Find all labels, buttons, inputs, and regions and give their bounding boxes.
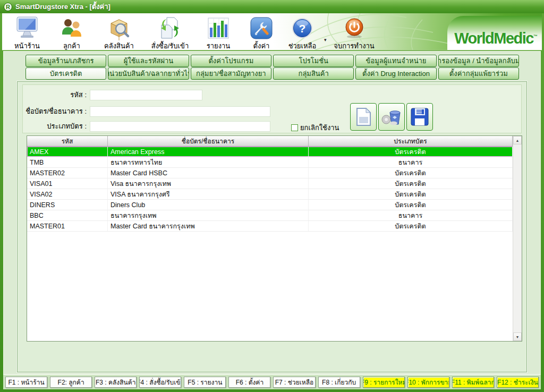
fkey-f10[interactable]: F10 : พักการขาย	[407, 377, 449, 388]
tab-credit-card[interactable]: บัตรเครดิต	[26, 67, 106, 80]
tab-distributor-info[interactable]: ข้อมูลผู้แทนจำหน่าย	[355, 55, 436, 67]
scroll-up-icon[interactable]: ▲	[513, 136, 522, 144]
tab-product-groups[interactable]: กลุ่มสินค้า	[273, 67, 354, 80]
column-header-name[interactable]: ชื่อบัตร/ชื่อธนาคาร	[108, 136, 309, 146]
deactivate-checkbox[interactable]	[291, 124, 298, 131]
card-table: รหัส ชื่อบัตร/ชื่อธนาคาร ประเภทบัตร AMEX…	[27, 135, 522, 342]
code-label: รหัส :	[25, 89, 90, 100]
cell-name: VISA ธนาคารกรุงศรี	[108, 189, 309, 199]
scroll-down-icon[interactable]: ▼	[513, 333, 522, 341]
table-header: รหัส ชื่อบัตร/ชื่อธนาคาร ประเภทบัตร	[27, 136, 513, 147]
toolbar-item-help[interactable]: ? ช่วยเหลือ	[283, 15, 322, 50]
fkey-f1[interactable]: F1 : หน้าร้าน	[5, 377, 47, 388]
tab-row-2: บัตรเครดิต หน่วยนับสินค้า/ฉลากยาทั่วไป ก…	[26, 67, 519, 80]
cell-type: บัตรเครดิต	[309, 147, 513, 157]
cell-code: AMEX	[27, 147, 108, 157]
table-row[interactable]: VISA02 VISA ธนาคารกรุงศรี บัตรเครดิต	[27, 189, 513, 200]
new-document-icon	[354, 107, 372, 127]
table-row[interactable]: VISA01 Visa ธนาคารกรุงเทพ บัตรเครดิต	[27, 178, 513, 189]
table-row[interactable]: TMB ธนาคารทหารไทย ธนาคาร	[27, 157, 513, 168]
toolbar-item-customers[interactable]: ลูกค้า	[49, 15, 95, 50]
toolbar-item-inventory[interactable]: คลังสินค้า	[95, 15, 143, 50]
toolbar-label: หน้าร้าน	[14, 40, 40, 50]
toolbar-item-exit[interactable]: จบการทำงาน	[329, 15, 380, 50]
tab-shop-pharmacist[interactable]: ข้อมูลร้าน/เภสัชกร	[26, 55, 106, 67]
toolbar-label: สั่งซื้อ/รับเข้า	[151, 40, 189, 50]
fkey-f7[interactable]: F7 : ช่วยเหลือ	[273, 377, 315, 388]
settings-tools-icon	[250, 15, 273, 40]
tab-users-passwords[interactable]: ผู้ใช้และรหัสผ่าน	[108, 55, 189, 67]
column-header-code[interactable]: รหัส	[27, 136, 108, 146]
toolbar-item-purchase[interactable]: สั่งซื้อ/รับเข้า	[143, 15, 197, 50]
cell-type: ธนาคาร	[309, 157, 513, 167]
tab-program-settings[interactable]: ตั้งค่าโปรแกรม	[191, 55, 271, 67]
cell-name: Visa ธนาคารกรุงเทพ	[108, 178, 309, 189]
cell-name: ธนาคารทหารไทย	[108, 157, 309, 167]
cell-code: VISA02	[27, 189, 108, 199]
toolbar-item-settings[interactable]: ตั้งค่า	[240, 15, 283, 50]
fkey-f12[interactable]: F12 : ชำระเงิน	[497, 377, 539, 388]
save-record-button[interactable]	[406, 103, 433, 131]
cell-name: Master Card HSBC	[108, 168, 309, 178]
toolbar-item-reports[interactable]: รายงาน	[197, 15, 240, 50]
delete-record-button[interactable]	[378, 103, 405, 131]
card-name-input[interactable]	[90, 106, 270, 117]
help-question-icon: ?	[291, 15, 313, 40]
credit-card-panel: รหัส : ชื่อบัตร/ชื่อธนาคาร : ประเภทบัตร …	[17, 81, 527, 372]
titlebar: R SmartDrugstore Xtra - [ตั้งค่า]	[0, 0, 544, 13]
save-floppy-icon	[410, 107, 429, 126]
brand-logo: WorldMedic™	[454, 30, 538, 47]
table-scrollbar[interactable]: ▲ ▼	[513, 136, 522, 341]
tab-units-labels[interactable]: หน่วยนับสินค้า/ฉลากยาทั่วไป	[108, 67, 189, 80]
table-row[interactable]: AMEX American Express บัตรเครดิต	[27, 147, 513, 157]
cell-code: TMB	[27, 157, 108, 167]
fkey-f5[interactable]: F5 : รายงาน	[184, 377, 226, 388]
tab-drug-interaction[interactable]: ตั้งค่า Drug Interaction	[355, 67, 436, 80]
deactivate-checkbox-label: ยกเลิกใช้งาน	[300, 122, 339, 133]
svg-text:?: ?	[299, 22, 306, 35]
card-type-input[interactable]	[90, 121, 270, 132]
cell-code: DINERS	[27, 200, 108, 210]
table-row[interactable]: MASTER02 Master Card HSBC บัตรเครดิต	[27, 168, 513, 178]
table-row[interactable]: DINERS Diners Club บัตรเครดิต	[27, 200, 513, 210]
tab-allergy-groups[interactable]: ตั้งค่ากลุ่มแพ้ยาร่วม	[438, 67, 519, 80]
fkey-f8[interactable]: F8 : เกี่ยวกับ	[318, 377, 360, 388]
toolbar: WorldMedic™ หน้าร้าน	[2, 13, 542, 50]
recycle-bin-icon	[381, 107, 402, 127]
toolbar-items: หน้าร้าน ลูกค้า	[5, 15, 380, 50]
code-input[interactable]	[90, 90, 202, 100]
fkey-f2[interactable]: F2: ลูกค้า	[50, 377, 92, 388]
cell-type: บัตรเครดิต	[309, 189, 513, 199]
tab-promotion[interactable]: โปรโมชั่น	[273, 55, 354, 67]
tab-backup-restore[interactable]: สำรองข้อมูล / นำข้อมูลกลับมา	[438, 55, 519, 67]
cell-code: BBC	[27, 210, 108, 220]
table-row[interactable]: MASTER01 Master Card ธนาคารกรุงเทพ บัตรเ…	[27, 221, 513, 232]
new-record-button[interactable]	[350, 103, 377, 131]
table-body: AMEX American Express บัตรเครดิต TMB ธนา…	[27, 147, 513, 232]
app-window: R SmartDrugstore Xtra - [ตั้งค่า] WorldM…	[0, 0, 544, 392]
tab-drug-groups[interactable]: กลุ่มยา/ชื่อสามัญทางยา	[191, 67, 271, 80]
table-row[interactable]: BBC ธนาคารกรุงเทพ ธนาคาร	[27, 210, 513, 221]
toolbar-label: ลูกค้า	[63, 40, 80, 50]
toolbar-label: ตั้งค่า	[253, 40, 270, 50]
help-dropdown-caret-icon[interactable]: ▾	[322, 37, 329, 42]
card-name-label: ชื่อบัตร/ชื่อธนาคาร :	[25, 106, 90, 117]
fkey-f4[interactable]: F4 : สั่งซื้อ/รับเข้า	[139, 377, 181, 388]
cell-type: บัตรเครดิต	[309, 200, 513, 210]
fkey-f11[interactable]: F11 : พิมพ์ฉลาก	[452, 377, 494, 388]
trademark: ™	[533, 34, 538, 39]
column-header-type[interactable]: ประเภทบัตร	[309, 136, 513, 146]
cell-code: MASTER02	[27, 168, 108, 178]
cell-type: ธนาคาร	[309, 210, 513, 220]
tab-row-1: ข้อมูลร้าน/เภสัชกร ผู้ใช้และรหัสผ่าน ตั้…	[26, 55, 519, 67]
record-action-buttons	[350, 103, 433, 131]
toolbar-item-storefront[interactable]: หน้าร้าน	[5, 15, 49, 50]
inventory-box-search-icon	[107, 15, 131, 40]
toolbar-label: คลังสินค้า	[104, 40, 134, 50]
settings-tabs: ข้อมูลร้าน/เภสัชกร ผู้ใช้และรหัสผ่าน ตั้…	[26, 55, 519, 80]
cell-code: VISA01	[27, 178, 108, 189]
fkey-f9[interactable]: F9 : รายการใหม่	[363, 377, 405, 388]
fkey-f6[interactable]: F6 : ตั้งค่า	[228, 377, 270, 388]
content-area: ข้อมูลร้าน/เภสัชกร ผู้ใช้และรหัสผ่าน ตั้…	[3, 51, 541, 374]
fkey-f3[interactable]: F3 : คลังสินค้า	[95, 377, 137, 388]
